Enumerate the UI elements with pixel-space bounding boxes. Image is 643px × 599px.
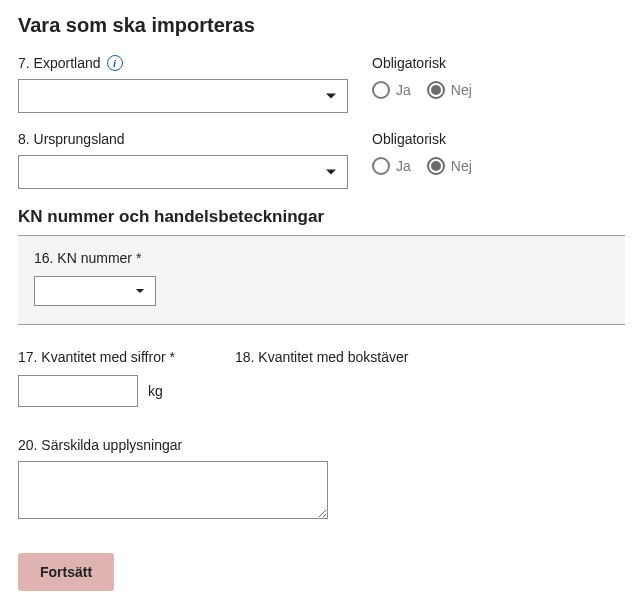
info-icon[interactable]: i: [107, 55, 123, 71]
field17-block: 17. Kvantitet med siffror * kg: [18, 349, 175, 407]
ursprungsland-label: 8. Ursprungsland: [18, 131, 348, 147]
kn-section-title: KN nummer och handelsbeteckningar: [18, 207, 625, 227]
field20-label: 20. Särskilda upplysningar: [18, 437, 625, 453]
chevron-down-icon: [325, 93, 337, 100]
ursprungsland-label-text: 8. Ursprungsland: [18, 131, 125, 147]
field18-label: 18. Kvantitet med bokstäver: [235, 349, 409, 365]
row-ursprungsland: 8. Ursprungsland Obligatorisk Ja Nej: [18, 131, 625, 189]
page-title: Vara som ska importeras: [18, 14, 625, 37]
field18-block: 18. Kvantitet med bokstäver: [235, 349, 409, 407]
ursprungsland-radio-nej[interactable]: Nej: [427, 157, 472, 175]
ursprungsland-radio-group: Ja Nej: [372, 157, 625, 175]
field17-label: 17. Kvantitet med siffror *: [18, 349, 175, 365]
radio-icon: [372, 157, 390, 175]
radio-icon: [372, 81, 390, 99]
kn-nummer-select[interactable]: [34, 276, 156, 306]
radio-label-nej: Nej: [451, 82, 472, 98]
row-exportland: 7. Exportland i Obligatorisk Ja Nej: [18, 55, 625, 113]
ursprungsland-select[interactable]: [18, 155, 348, 189]
exportland-block: 7. Exportland i: [18, 55, 348, 113]
field17-input-wrap: kg: [18, 375, 175, 407]
ursprungsland-radio-ja[interactable]: Ja: [372, 157, 411, 175]
exportland-label: 7. Exportland i: [18, 55, 348, 71]
field20-textarea[interactable]: [18, 461, 328, 519]
exportland-select[interactable]: [18, 79, 348, 113]
radio-label-ja: Ja: [396, 158, 411, 174]
ursprungsland-obligatorisk: Obligatorisk Ja Nej: [372, 131, 625, 175]
exportland-label-text: 7. Exportland: [18, 55, 101, 71]
quantity-row: 17. Kvantitet med siffror * kg 18. Kvant…: [18, 349, 625, 407]
exportland-radio-ja[interactable]: Ja: [372, 81, 411, 99]
radio-label-ja: Ja: [396, 82, 411, 98]
field20-block: 20. Särskilda upplysningar: [18, 437, 625, 523]
exportland-radio-group: Ja Nej: [372, 81, 625, 99]
ursprungsland-block: 8. Ursprungsland: [18, 131, 348, 189]
exportland-radio-nej[interactable]: Nej: [427, 81, 472, 99]
field17-input[interactable]: [18, 375, 138, 407]
field17-unit: kg: [148, 383, 163, 399]
obligatorisk-label: Obligatorisk: [372, 131, 625, 147]
chevron-down-icon: [135, 288, 145, 294]
continue-button[interactable]: Fortsätt: [18, 553, 114, 591]
kn-nummer-label: 16. KN nummer *: [34, 250, 609, 266]
kn-panel: 16. KN nummer *: [18, 235, 625, 325]
radio-label-nej: Nej: [451, 158, 472, 174]
radio-icon: [427, 157, 445, 175]
radio-icon: [427, 81, 445, 99]
exportland-obligatorisk: Obligatorisk Ja Nej: [372, 55, 625, 99]
obligatorisk-label: Obligatorisk: [372, 55, 625, 71]
chevron-down-icon: [325, 169, 337, 176]
